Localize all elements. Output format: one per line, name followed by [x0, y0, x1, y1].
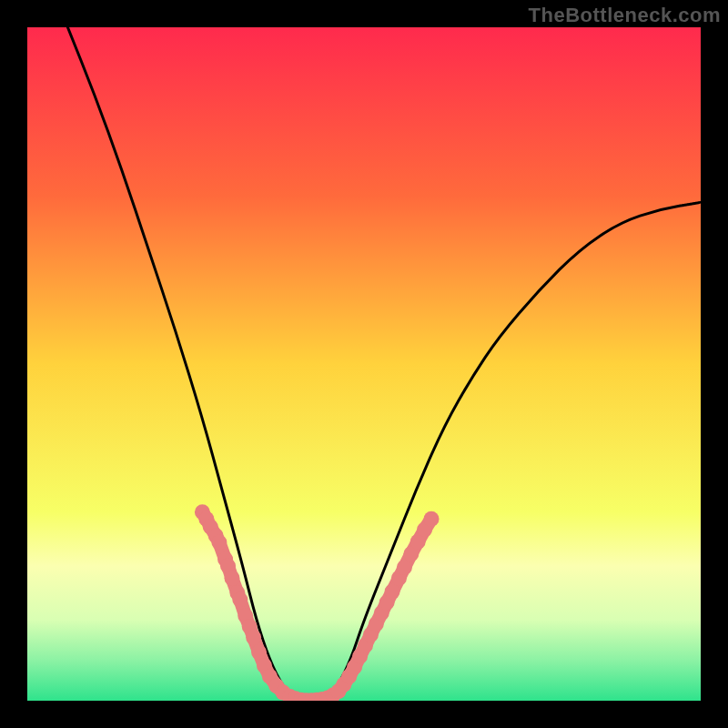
gradient-background [27, 27, 701, 701]
chart-frame [27, 27, 701, 701]
dot [251, 644, 267, 660]
dot [397, 560, 412, 575]
dot [232, 592, 248, 608]
dot [224, 571, 239, 586]
bottleneck-chart [27, 27, 701, 701]
dot [385, 584, 400, 600]
watermark-text: TheBottleneck.com [529, 4, 721, 27]
dot [424, 511, 440, 527]
dot [211, 535, 227, 551]
dot [246, 630, 261, 645]
